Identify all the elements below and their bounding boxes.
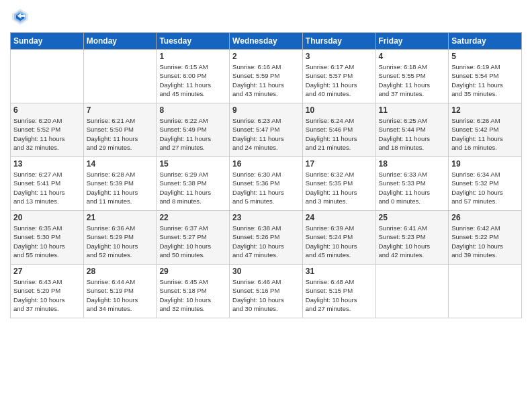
calendar-cell: 26Sunrise: 6:42 AM Sunset: 5:22 PM Dayli… — [449, 211, 522, 265]
day-info: Sunrise: 6:18 AM Sunset: 5:55 PM Dayligh… — [379, 62, 446, 98]
day-info: Sunrise: 6:17 AM Sunset: 5:57 PM Dayligh… — [306, 62, 373, 98]
day-info: Sunrise: 6:32 AM Sunset: 5:35 PM Dayligh… — [306, 170, 373, 205]
weekday-header: Sunday — [11, 33, 84, 50]
day-number: 17 — [306, 159, 373, 169]
day-info: Sunrise: 6:15 AM Sunset: 6:00 PM Dayligh… — [159, 62, 226, 98]
day-number: 14 — [87, 159, 154, 169]
day-info: Sunrise: 6:29 AM Sunset: 5:38 PM Dayligh… — [159, 170, 226, 205]
calendar-cell: 6Sunrise: 6:20 AM Sunset: 5:52 PM Daylig… — [11, 103, 84, 157]
day-info: Sunrise: 6:19 AM Sunset: 5:54 PM Dayligh… — [451, 62, 519, 98]
day-info: Sunrise: 6:26 AM Sunset: 5:42 PM Dayligh… — [451, 116, 519, 152]
day-number: 4 — [379, 52, 446, 61]
day-number: 24 — [306, 213, 373, 222]
calendar-cell: 21Sunrise: 6:36 AM Sunset: 5:29 PM Dayli… — [83, 211, 157, 265]
day-info: Sunrise: 6:16 AM Sunset: 5:59 PM Dayligh… — [232, 62, 300, 98]
weekday-header: Friday — [375, 33, 449, 50]
calendar-cell: 2Sunrise: 6:16 AM Sunset: 5:59 PM Daylig… — [230, 50, 303, 103]
page: SundayMondayTuesdayWednesdayThursdayFrid… — [0, 0, 532, 411]
day-number: 22 — [159, 213, 226, 222]
calendar-cell: 29Sunrise: 6:45 AM Sunset: 5:18 PM Dayli… — [157, 265, 230, 318]
day-number: 19 — [451, 159, 519, 169]
day-info: Sunrise: 6:45 AM Sunset: 5:18 PM Dayligh… — [159, 277, 226, 313]
calendar-cell: 15Sunrise: 6:29 AM Sunset: 5:38 PM Dayli… — [157, 157, 230, 211]
day-info: Sunrise: 6:44 AM Sunset: 5:19 PM Dayligh… — [87, 277, 154, 313]
calendar-cell: 23Sunrise: 6:38 AM Sunset: 5:26 PM Dayli… — [230, 211, 303, 265]
calendar-cell: 25Sunrise: 6:41 AM Sunset: 5:23 PM Dayli… — [375, 211, 449, 265]
logo — [10, 7, 33, 27]
day-number: 31 — [306, 267, 373, 276]
calendar-week-row: 20Sunrise: 6:35 AM Sunset: 5:30 PM Dayli… — [11, 211, 522, 265]
calendar-cell: 24Sunrise: 6:39 AM Sunset: 5:24 PM Dayli… — [302, 211, 375, 265]
calendar-week-row: 27Sunrise: 6:43 AM Sunset: 5:20 PM Dayli… — [11, 265, 522, 318]
day-number: 6 — [13, 105, 81, 115]
weekday-header: Wednesday — [230, 33, 303, 50]
day-info: Sunrise: 6:20 AM Sunset: 5:52 PM Dayligh… — [13, 116, 81, 152]
day-info: Sunrise: 6:30 AM Sunset: 5:36 PM Dayligh… — [232, 170, 300, 205]
weekday-header: Thursday — [302, 33, 375, 50]
calendar-cell: 18Sunrise: 6:33 AM Sunset: 5:33 PM Dayli… — [375, 157, 449, 211]
day-info: Sunrise: 6:27 AM Sunset: 5:41 PM Dayligh… — [13, 170, 81, 205]
day-info: Sunrise: 6:35 AM Sunset: 5:30 PM Dayligh… — [13, 224, 81, 259]
calendar-cell — [11, 50, 84, 103]
calendar-cell: 27Sunrise: 6:43 AM Sunset: 5:20 PM Dayli… — [11, 265, 84, 318]
calendar-cell: 7Sunrise: 6:21 AM Sunset: 5:50 PM Daylig… — [83, 103, 157, 157]
day-info: Sunrise: 6:34 AM Sunset: 5:32 PM Dayligh… — [451, 170, 519, 205]
day-number: 26 — [451, 213, 519, 222]
calendar-cell: 5Sunrise: 6:19 AM Sunset: 5:54 PM Daylig… — [449, 50, 522, 103]
day-info: Sunrise: 6:36 AM Sunset: 5:29 PM Dayligh… — [87, 224, 154, 259]
day-number: 16 — [232, 159, 300, 169]
day-info: Sunrise: 6:48 AM Sunset: 5:15 PM Dayligh… — [306, 277, 373, 313]
calendar-cell: 8Sunrise: 6:22 AM Sunset: 5:49 PM Daylig… — [157, 103, 230, 157]
calendar-week-row: 1Sunrise: 6:15 AM Sunset: 6:00 PM Daylig… — [11, 50, 522, 103]
day-number: 18 — [379, 159, 446, 169]
day-info: Sunrise: 6:46 AM Sunset: 5:16 PM Dayligh… — [232, 277, 300, 313]
day-number: 20 — [13, 213, 81, 222]
calendar-cell: 20Sunrise: 6:35 AM Sunset: 5:30 PM Dayli… — [11, 211, 84, 265]
day-info: Sunrise: 6:21 AM Sunset: 5:50 PM Dayligh… — [87, 116, 154, 152]
day-info: Sunrise: 6:25 AM Sunset: 5:44 PM Dayligh… — [379, 116, 446, 152]
day-info: Sunrise: 6:28 AM Sunset: 5:39 PM Dayligh… — [87, 170, 154, 205]
calendar-cell: 4Sunrise: 6:18 AM Sunset: 5:55 PM Daylig… — [375, 50, 449, 103]
calendar-cell: 3Sunrise: 6:17 AM Sunset: 5:57 PM Daylig… — [302, 50, 375, 103]
day-info: Sunrise: 6:43 AM Sunset: 5:20 PM Dayligh… — [13, 277, 81, 313]
day-number: 9 — [232, 105, 300, 115]
logo-icon — [10, 7, 30, 27]
calendar-cell: 9Sunrise: 6:23 AM Sunset: 5:47 PM Daylig… — [230, 103, 303, 157]
day-info: Sunrise: 6:41 AM Sunset: 5:23 PM Dayligh… — [379, 224, 446, 259]
day-info: Sunrise: 6:24 AM Sunset: 5:46 PM Dayligh… — [306, 116, 373, 152]
day-info: Sunrise: 6:39 AM Sunset: 5:24 PM Dayligh… — [306, 224, 373, 259]
weekday-header: Tuesday — [157, 33, 230, 50]
calendar-cell: 28Sunrise: 6:44 AM Sunset: 5:19 PM Dayli… — [83, 265, 157, 318]
day-number: 21 — [87, 213, 154, 222]
day-info: Sunrise: 6:33 AM Sunset: 5:33 PM Dayligh… — [379, 170, 446, 205]
day-number: 15 — [159, 159, 226, 169]
day-number: 10 — [306, 105, 373, 115]
day-number: 3 — [306, 52, 373, 61]
day-info: Sunrise: 6:37 AM Sunset: 5:27 PM Dayligh… — [159, 224, 226, 259]
day-info: Sunrise: 6:38 AM Sunset: 5:26 PM Dayligh… — [232, 224, 300, 259]
calendar-cell: 31Sunrise: 6:48 AM Sunset: 5:15 PM Dayli… — [302, 265, 375, 318]
day-number: 7 — [87, 105, 154, 115]
weekday-header-row: SundayMondayTuesdayWednesdayThursdayFrid… — [11, 33, 522, 50]
calendar-week-row: 13Sunrise: 6:27 AM Sunset: 5:41 PM Dayli… — [11, 157, 522, 211]
day-number: 2 — [232, 52, 300, 61]
calendar-cell: 11Sunrise: 6:25 AM Sunset: 5:44 PM Dayli… — [375, 103, 449, 157]
calendar-cell: 19Sunrise: 6:34 AM Sunset: 5:32 PM Dayli… — [449, 157, 522, 211]
day-number: 11 — [379, 105, 446, 115]
day-number: 25 — [379, 213, 446, 222]
header — [10, 7, 522, 27]
day-number: 5 — [451, 52, 519, 61]
calendar-week-row: 6Sunrise: 6:20 AM Sunset: 5:52 PM Daylig… — [11, 103, 522, 157]
calendar-cell: 14Sunrise: 6:28 AM Sunset: 5:39 PM Dayli… — [83, 157, 157, 211]
day-info: Sunrise: 6:42 AM Sunset: 5:22 PM Dayligh… — [451, 224, 519, 259]
calendar-cell: 13Sunrise: 6:27 AM Sunset: 5:41 PM Dayli… — [11, 157, 84, 211]
day-number: 23 — [232, 213, 300, 222]
calendar: SundayMondayTuesdayWednesdayThursdayFrid… — [10, 32, 522, 318]
day-info: Sunrise: 6:23 AM Sunset: 5:47 PM Dayligh… — [232, 116, 300, 152]
day-number: 28 — [87, 267, 154, 276]
calendar-cell: 10Sunrise: 6:24 AM Sunset: 5:46 PM Dayli… — [302, 103, 375, 157]
calendar-cell: 22Sunrise: 6:37 AM Sunset: 5:27 PM Dayli… — [157, 211, 230, 265]
calendar-cell — [449, 265, 522, 318]
weekday-header: Saturday — [449, 33, 522, 50]
day-info: Sunrise: 6:22 AM Sunset: 5:49 PM Dayligh… — [159, 116, 226, 152]
